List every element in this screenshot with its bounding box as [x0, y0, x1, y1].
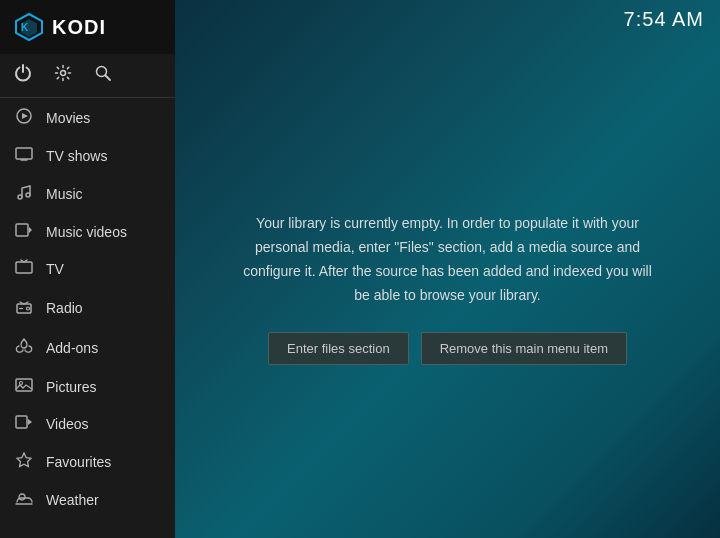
- svg-point-19: [20, 382, 23, 385]
- sidebar-item-videos[interactable]: Videos: [0, 406, 175, 442]
- sidebar-item-movies[interactable]: Movies: [0, 98, 175, 138]
- svg-rect-12: [16, 224, 28, 236]
- time-display: 7:54 AM: [624, 8, 704, 31]
- sidebar-item-favourites[interactable]: Favourites: [0, 442, 175, 482]
- sidebar-icon-bar: [0, 54, 175, 97]
- app-title: KODI: [52, 16, 106, 39]
- svg-marker-22: [17, 453, 31, 467]
- kodi-logo-icon: K: [14, 12, 44, 42]
- tvshows-icon: [14, 147, 34, 165]
- sidebar-item-music[interactable]: Music: [0, 174, 175, 214]
- sidebar-header: K KODI: [0, 0, 175, 54]
- empty-library-message: Your library is currently empty. In orde…: [235, 212, 660, 307]
- svg-point-3: [61, 71, 66, 76]
- pictures-icon: [14, 377, 34, 397]
- search-button[interactable]: [94, 64, 112, 87]
- svg-rect-20: [16, 416, 27, 428]
- svg-marker-21: [28, 419, 32, 425]
- svg-marker-13: [29, 227, 32, 233]
- svg-line-5: [106, 76, 111, 81]
- settings-button[interactable]: [54, 64, 72, 87]
- sidebar-item-music-videos[interactable]: Music videos: [0, 214, 175, 250]
- enter-files-button[interactable]: Enter files section: [268, 332, 409, 365]
- sidebar-item-addons[interactable]: Add-ons: [0, 328, 175, 368]
- content-area: Your library is currently empty. In orde…: [175, 39, 720, 538]
- remove-menu-item-button[interactable]: Remove this main menu item: [421, 332, 627, 365]
- svg-rect-14: [16, 262, 32, 273]
- pictures-label: Pictures: [46, 379, 97, 395]
- tv-icon: [14, 259, 34, 279]
- action-buttons: Enter files section Remove this main men…: [268, 332, 627, 365]
- sidebar-item-pictures[interactable]: Pictures: [0, 368, 175, 406]
- svg-point-23: [19, 494, 25, 500]
- sidebar-item-tvshows[interactable]: TV shows: [0, 138, 175, 174]
- addons-icon: [14, 337, 34, 359]
- sidebar-item-tv[interactable]: TV: [0, 250, 175, 288]
- tv-label: TV: [46, 261, 64, 277]
- tvshows-label: TV shows: [46, 148, 107, 164]
- weather-label: Weather: [46, 492, 99, 508]
- radio-icon: [14, 297, 34, 319]
- favourites-label: Favourites: [46, 454, 111, 470]
- sidebar: K KODI: [0, 0, 175, 538]
- movies-icon: [14, 107, 34, 129]
- svg-rect-18: [16, 379, 32, 391]
- videos-icon: [14, 415, 34, 433]
- svg-point-11: [26, 193, 30, 197]
- sidebar-item-weather[interactable]: Weather: [0, 482, 175, 518]
- top-bar: 7:54 AM: [175, 0, 720, 39]
- videos-label: Videos: [46, 416, 89, 432]
- radio-label: Radio: [46, 300, 83, 316]
- music-videos-label: Music videos: [46, 224, 127, 240]
- svg-point-10: [18, 195, 22, 199]
- music-videos-icon: [14, 223, 34, 241]
- svg-text:K: K: [21, 22, 29, 33]
- main-content: 7:54 AM Your library is currently empty.…: [175, 0, 720, 538]
- music-icon: [14, 183, 34, 205]
- weather-icon: [14, 491, 34, 509]
- sidebar-nav: Movies TV shows Music: [0, 98, 175, 538]
- svg-rect-8: [16, 148, 32, 159]
- sidebar-item-radio[interactable]: Radio: [0, 288, 175, 328]
- favourites-icon: [14, 451, 34, 473]
- addons-label: Add-ons: [46, 340, 98, 356]
- power-button[interactable]: [14, 64, 32, 87]
- movies-label: Movies: [46, 110, 90, 126]
- music-label: Music: [46, 186, 83, 202]
- svg-point-16: [27, 307, 30, 310]
- svg-marker-7: [22, 113, 28, 119]
